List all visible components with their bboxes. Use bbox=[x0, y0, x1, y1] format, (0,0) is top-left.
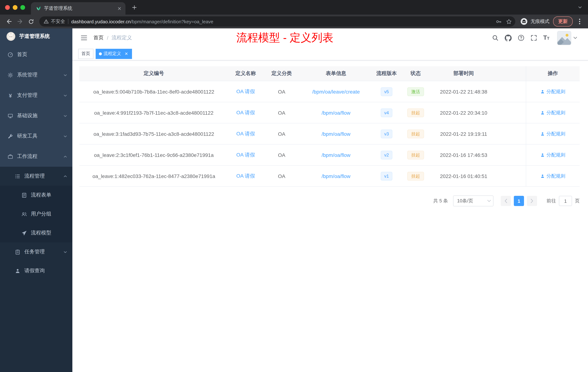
tab-favicon bbox=[36, 6, 41, 11]
assign-rule-link[interactable]: 分配规则 bbox=[540, 131, 566, 137]
page-size-select[interactable]: 10条/页 bbox=[453, 196, 494, 206]
definition-category: OA bbox=[263, 81, 300, 102]
chevron-up-icon bbox=[63, 154, 67, 159]
dashboard-icon bbox=[7, 52, 13, 57]
col-process-version: 流程版本 bbox=[372, 66, 401, 81]
sidebar-item-label: 首页 bbox=[17, 51, 27, 58]
definition-name-link[interactable]: OA 请假 bbox=[236, 173, 255, 178]
main-area: 首页 / 流程定义 流程模型 - 定义列表 bbox=[72, 28, 588, 372]
definition-id: oa_leave:3:1fad3d93-7b75-11ec-a3c8-acde4… bbox=[79, 123, 228, 144]
incognito-badge: 无痕模式 bbox=[520, 18, 549, 25]
definition-name-link[interactable]: OA 请假 bbox=[236, 131, 255, 136]
sidebar-item-label: 研发工具 bbox=[17, 133, 37, 139]
github-icon[interactable] bbox=[505, 34, 512, 41]
page-size-value: 10条/页 bbox=[457, 198, 473, 204]
col-spacer bbox=[497, 66, 526, 81]
update-button[interactable]: 更新 bbox=[553, 16, 573, 27]
chevron-down-icon bbox=[63, 114, 67, 118]
page-number-button[interactable]: 1 bbox=[514, 196, 524, 206]
forward-button[interactable] bbox=[15, 16, 25, 27]
list-icon bbox=[15, 174, 21, 179]
security-label: 不安全 bbox=[51, 18, 65, 25]
tab-search-chevron-icon[interactable] bbox=[578, 5, 582, 10]
tag-close-icon[interactable] bbox=[124, 51, 129, 56]
close-window-button[interactable] bbox=[5, 5, 10, 10]
definition-table: 定义编号 定义名称 定义分类 表单信息 流程版本 状态 部署时间 操作 bbox=[79, 66, 580, 187]
back-button[interactable] bbox=[4, 16, 15, 27]
browser-toolbar: 不安全 dashboard.yudao.iocoder.cn/bpm/manag… bbox=[0, 15, 588, 28]
assign-rule-link[interactable]: 分配规则 bbox=[540, 109, 566, 116]
table-row: oa_leave:3:1fad3d93-7b75-11ec-a3c8-acde4… bbox=[79, 123, 580, 144]
sidebar-item-label: 流程管理 bbox=[24, 173, 45, 179]
sidebar-item-system-management[interactable]: 系统管理 bbox=[0, 65, 72, 85]
definition-name-link[interactable]: OA 请假 bbox=[236, 109, 255, 115]
definition-id: oa_leave:1:482ec033-762a-11ec-8477-a2380… bbox=[79, 165, 228, 186]
pagination-total: 共 5 条 bbox=[433, 198, 448, 204]
deploy-time: 2022-01-22 20:34:10 bbox=[430, 102, 497, 123]
form-info-link[interactable]: /bpm/oa/flow bbox=[322, 131, 351, 137]
password-key-icon[interactable] bbox=[494, 16, 504, 27]
deploy-time: 2022-01-22 19:19:11 bbox=[430, 123, 497, 144]
user-icon bbox=[540, 110, 545, 115]
hamburger-icon[interactable] bbox=[78, 32, 90, 44]
form-info-link[interactable]: /bpm/oa/flow bbox=[322, 173, 351, 179]
security-chip[interactable]: 不安全 bbox=[44, 18, 65, 25]
sidebar-item-user-group[interactable]: 用户分组 bbox=[0, 205, 72, 223]
bookmark-star-icon[interactable] bbox=[504, 16, 514, 27]
tag-home[interactable]: 首页 bbox=[78, 49, 94, 59]
breadcrumb-home[interactable]: 首页 bbox=[94, 34, 104, 41]
font-size-icon[interactable]: TT bbox=[543, 34, 549, 42]
definition-name-link[interactable]: OA 请假 bbox=[236, 152, 255, 157]
zoom-window-button[interactable] bbox=[20, 5, 25, 10]
assign-rule-link[interactable]: 分配规则 bbox=[540, 88, 566, 95]
spacer-cell bbox=[497, 123, 526, 144]
prev-page-button[interactable] bbox=[501, 196, 511, 206]
definition-id: oa_leave:4:991f2193-7b7f-11ec-a3c8-acde4… bbox=[79, 102, 228, 123]
sidebar-item-process-model[interactable]: 流程模型 bbox=[0, 223, 72, 242]
tag-process-definition[interactable]: 流程定义 bbox=[96, 49, 132, 59]
version-tag: v2 bbox=[380, 151, 392, 159]
form-info-link[interactable]: /bpm/oa/flow bbox=[322, 152, 351, 158]
sidebar-item-task-management[interactable]: 任务管理 bbox=[0, 242, 72, 261]
user-menu[interactable] bbox=[557, 31, 577, 45]
sidebar-item-workflow[interactable]: 工作流程 bbox=[0, 146, 72, 167]
form-info-link[interactable]: /bpm/oa/flow bbox=[322, 110, 351, 116]
table-row: oa_leave:4:991f2193-7b7f-11ec-a3c8-acde4… bbox=[79, 102, 580, 123]
breadcrumb-separator: / bbox=[107, 35, 108, 41]
minimize-window-button[interactable] bbox=[13, 5, 17, 10]
reload-button[interactable] bbox=[25, 16, 36, 27]
tab-close-icon[interactable] bbox=[116, 5, 123, 12]
url-host: dashboard.yudao.iocoder.cn bbox=[71, 19, 131, 24]
status-badge: 激活 bbox=[407, 87, 424, 96]
sidebar-item-payment-management[interactable]: ¥ 支付管理 bbox=[0, 85, 72, 106]
col-form-info: 表单信息 bbox=[300, 66, 372, 81]
deploy-time: 2022-01-22 21:48:38 bbox=[430, 81, 497, 102]
status-badge: 挂起 bbox=[407, 129, 424, 138]
assign-rule-link[interactable]: 分配规则 bbox=[540, 152, 566, 158]
pagination: 共 5 条 10条/页 1 bbox=[79, 196, 580, 206]
url-address-bar[interactable]: 不安全 dashboard.yudao.iocoder.cn/bpm/manag… bbox=[39, 16, 515, 27]
user-icon bbox=[540, 153, 545, 157]
browser-tab-strip: 芋道管理系统 bbox=[0, 0, 588, 15]
app-logo[interactable]: 芋道管理系统 bbox=[0, 28, 72, 44]
fullscreen-icon[interactable] bbox=[531, 34, 537, 41]
assign-rule-link[interactable]: 分配规则 bbox=[540, 173, 566, 179]
search-icon[interactable] bbox=[492, 34, 499, 41]
help-icon[interactable] bbox=[518, 34, 524, 41]
sidebar-item-home[interactable]: 首页 bbox=[0, 44, 72, 65]
definition-name-link[interactable]: OA 请假 bbox=[236, 88, 255, 94]
sidebar-item-dev-tools[interactable]: 研发工具 bbox=[0, 126, 72, 146]
new-tab-button[interactable] bbox=[129, 2, 139, 12]
goto-page-input[interactable] bbox=[559, 196, 572, 206]
chevron-down-icon bbox=[63, 250, 67, 254]
form-info-link[interactable]: /bpm/oa/leave/create bbox=[312, 89, 360, 94]
sidebar-item-infrastructure[interactable]: 基础设施 bbox=[0, 106, 72, 126]
sidebar-item-process-form[interactable]: 流程表单 bbox=[0, 186, 72, 205]
sidebar-item-leave-query[interactable]: 请假查询 bbox=[0, 261, 72, 280]
table-row: oa_leave:5:004b710b-7b8a-11ec-8ef0-acde4… bbox=[79, 81, 580, 102]
browser-menu-icon[interactable] bbox=[575, 17, 584, 26]
browser-tab[interactable]: 芋道管理系统 bbox=[31, 2, 126, 15]
next-page-button[interactable] bbox=[527, 196, 537, 206]
window-controls bbox=[5, 5, 25, 10]
sidebar-item-process-management[interactable]: 流程管理 bbox=[0, 167, 72, 186]
